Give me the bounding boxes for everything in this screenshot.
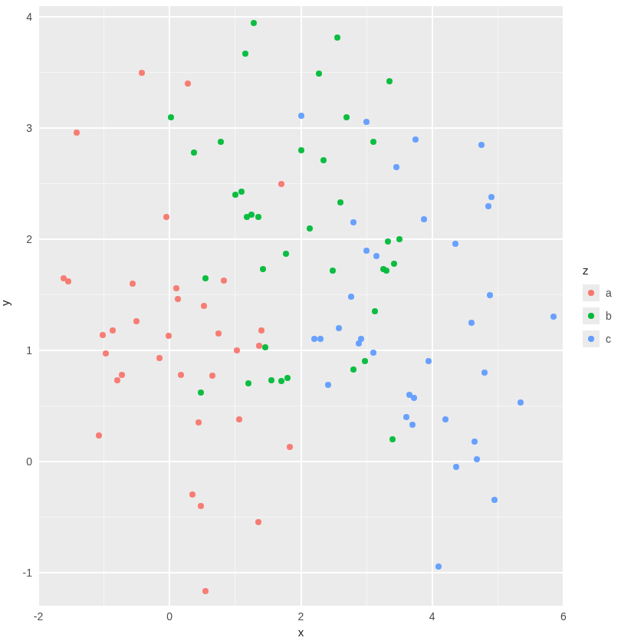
data-point [262,344,268,350]
grid-h-major [38,461,564,462]
data-point [468,320,475,326]
x-tick-label: 4 [429,610,435,623]
data-point [373,253,380,259]
data-point [481,370,488,376]
data-point [421,216,427,222]
data-point [453,464,459,470]
data-point [363,248,370,254]
data-point [334,34,340,41]
data-point [96,432,102,439]
data-point [442,416,449,422]
data-point [278,378,284,384]
data-point [343,114,350,120]
data-point [518,399,524,406]
data-point [256,343,262,349]
y-tick-label: 1 [26,344,32,356]
data-point [65,278,71,284]
data-point [74,130,80,136]
y-axis-title: y [0,301,12,307]
legend-title: z [583,264,612,277]
x-tick-label: 0 [166,610,172,623]
grid-v-major [38,6,39,606]
data-point [316,71,322,77]
data-point [478,142,485,148]
data-point [196,419,202,426]
data-point [236,416,242,422]
data-point [426,358,432,364]
data-point [383,268,389,274]
data-point [472,439,478,445]
data-point [409,422,416,428]
data-point [386,78,393,84]
data-point [393,164,399,170]
data-point [370,350,376,356]
legend-item: c [583,330,612,347]
legend-key [583,330,600,347]
data-point [485,203,491,209]
data-point [173,285,179,291]
data-point [198,503,204,509]
data-point [189,491,196,498]
data-point [550,314,557,320]
data-point [198,389,204,396]
data-point [491,497,498,503]
data-point [350,219,356,225]
data-point [311,336,317,342]
data-point [139,70,145,76]
data-point [385,238,391,245]
data-point [411,395,417,401]
data-point [320,157,327,163]
grid-h-major [38,16,564,18]
scatter-chart: x y z abc -20246-101234 [0,0,644,644]
grid-v-major [169,6,170,606]
data-point [325,382,331,388]
legend-item: b [583,307,612,324]
data-point [298,113,304,119]
data-point [100,332,106,338]
x-axis-title: x [298,626,304,639]
data-point [474,456,480,462]
grid-v-major [563,6,564,606]
data-point [268,377,274,383]
data-point [191,150,197,156]
grid-h-major [38,572,564,573]
data-point [362,358,368,364]
data-point [435,564,442,570]
data-point [287,444,293,450]
legend-item: a [583,284,612,301]
data-point [317,336,324,342]
data-point [215,330,222,337]
data-point [307,225,313,232]
data-point [396,236,402,242]
data-point [336,325,342,331]
data-point [363,119,370,125]
x-tick-label: 6 [560,610,567,623]
data-point [358,336,364,342]
data-point [168,114,174,120]
legend-label: b [606,310,612,322]
data-point [278,181,284,187]
grid-h-major [38,350,564,351]
legend-label: c [606,333,611,345]
legend: z abc [583,264,612,353]
data-point [255,214,261,220]
data-point [166,333,172,339]
data-point [350,366,356,373]
data-point [232,192,238,198]
data-point [119,372,125,378]
data-point [175,296,181,302]
data-point [488,194,495,200]
data-point [391,261,397,267]
y-tick-label: 3 [26,122,32,134]
data-point [234,347,240,353]
data-point [372,308,378,314]
data-point [337,199,343,205]
data-point [130,281,136,287]
data-point [284,375,291,381]
grid-h-major [38,127,564,129]
data-point [202,588,209,594]
data-point [238,189,245,195]
data-point [298,147,304,153]
x-tick-label: 2 [298,610,304,623]
legend-label: a [606,287,612,299]
